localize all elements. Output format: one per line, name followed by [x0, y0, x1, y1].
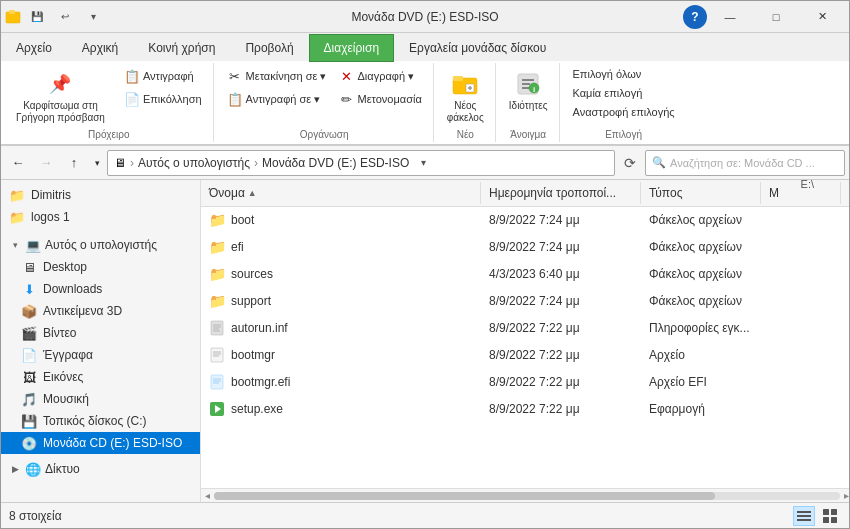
- table-row[interactable]: setup.exe 8/9/2022 7:22 μμ Εφαρμογή: [201, 396, 849, 423]
- search-icon: 🔍: [652, 156, 666, 169]
- qat-dropdown-btn[interactable]: ▾: [81, 5, 105, 29]
- idiotites-label: Ιδιότητες: [509, 100, 548, 111]
- sidebar-item-local-c[interactable]: 💾 Τοπικός δίσκος (C:): [1, 410, 200, 432]
- sidebar-item-dimitris[interactable]: 📁 Dimitris: [1, 184, 200, 206]
- cell-date-bootmgr: 8/9/2022 7:22 μμ: [481, 345, 641, 365]
- sidebar-item-video[interactable]: 🎬 Βίντεο: [1, 322, 200, 344]
- diagrafi-button[interactable]: ✕ Διαγραφή ▾: [334, 65, 427, 87]
- kamia-epilogi-button[interactable]: Καμία επιλογή: [568, 84, 680, 102]
- refresh-button[interactable]: ⟳: [617, 150, 643, 176]
- tab-file[interactable]: Αρχείο: [1, 34, 67, 62]
- sidebar-item-pictures[interactable]: 🖼 Εικόνες: [1, 366, 200, 388]
- sidebar-label-network: Δίκτυο: [45, 462, 80, 476]
- epilogi-column: Επιλογή όλων Καμία επιλογή Αναστροφή επι…: [568, 65, 680, 121]
- path-dropdown-btn[interactable]: ▾: [413, 150, 433, 176]
- svg-rect-29: [797, 515, 811, 517]
- svg-rect-3: [453, 76, 463, 81]
- tab-home[interactable]: Αρχική: [67, 34, 133, 62]
- diagrafi-label: Διαγραφή ▾: [358, 70, 415, 83]
- sidebar-item-3d[interactable]: 📦 Αντικείμενα 3D: [1, 300, 200, 322]
- qat-save-btn[interactable]: 💾: [25, 5, 49, 29]
- search-box[interactable]: 🔍 Αναζήτηση σε: Μονάδα CD ...: [645, 150, 845, 176]
- table-row[interactable]: 📁 efi 8/9/2022 7:24 μμ Φάκελος αρχείων: [201, 234, 849, 261]
- header-size-label: Μ: [769, 186, 779, 200]
- cell-name-sources: 📁 sources: [201, 263, 481, 285]
- recent-locations-button[interactable]: ▾: [89, 150, 105, 176]
- table-row[interactable]: bootmgr 8/9/2022 7:22 μμ Αρχείο: [201, 342, 849, 369]
- up-button[interactable]: ↑: [61, 150, 87, 176]
- folder-icon-sources: 📁: [209, 266, 225, 282]
- tab-drivetool[interactable]: Εργαλεία μονάδας δίσκου: [394, 34, 561, 62]
- close-button[interactable]: ✕: [799, 1, 845, 33]
- horizontal-scrollbar[interactable]: ◂ ▸: [201, 488, 849, 502]
- header-name[interactable]: Όνομα ▲: [201, 182, 481, 204]
- karfitsoma-button[interactable]: 📌 Καρφίτσωμα στηΓρήγορη πρόσβαση: [11, 65, 110, 127]
- idiotites-button[interactable]: i Ιδιότητες: [504, 65, 553, 114]
- back-button[interactable]: ←: [5, 150, 31, 176]
- epilogi-label: Επιλογή: [605, 129, 642, 140]
- scroll-track[interactable]: [214, 492, 840, 500]
- address-path[interactable]: 🖥 › Αυτός ο υπολογιστής › Μονάδα DVD (E:…: [107, 150, 615, 176]
- sidebar-item-music[interactable]: 🎵 Μουσική: [1, 388, 200, 410]
- cell-type-autorun: Πληροφορίες εγκ...: [641, 318, 761, 338]
- metakinisi-button[interactable]: ✂ Μετακίνηση σε ▾: [222, 65, 332, 87]
- table-row[interactable]: 📁 sources 4/3/2023 6:40 μμ Φάκελος αρχεί…: [201, 261, 849, 288]
- svg-text:i: i: [533, 85, 535, 94]
- large-icons-view-btn[interactable]: [819, 506, 841, 526]
- tab-share[interactable]: Κοινή χρήση: [133, 34, 230, 62]
- documents-icon: 📄: [21, 347, 37, 363]
- sidebar-item-network[interactable]: ▶ 🌐 Δίκτυο: [1, 458, 200, 480]
- epikollisi-button[interactable]: 📄 Επικόλληση: [119, 88, 207, 110]
- scroll-left-btn[interactable]: ◂: [205, 490, 210, 501]
- table-row[interactable]: autorun.inf 8/9/2022 7:22 μμ Πληροφορίες…: [201, 315, 849, 342]
- properties-icon: i: [514, 70, 542, 98]
- header-date[interactable]: Ημερομηνία τροποποί...: [481, 182, 641, 204]
- sidebar-item-documents[interactable]: 📄 Έγγραφα: [1, 344, 200, 366]
- desktop-icon: 🖥: [21, 259, 37, 275]
- header-type[interactable]: Τύπος: [641, 182, 761, 204]
- sidebar-item-logos1[interactable]: 📁 logos 1: [1, 206, 200, 228]
- ribbon: Αρχείο Αρχική Κοινή χρήση Προβολή Διαχεί…: [1, 33, 849, 146]
- cell-size-setup: [761, 406, 841, 412]
- maximize-button[interactable]: □: [753, 1, 799, 33]
- cell-name-autorun: autorun.inf: [201, 317, 481, 339]
- sidebar-label-local-c: Τοπικός δίσκος (C:): [43, 414, 147, 428]
- sidebar-item-cd-e[interactable]: 💿 Μονάδα CD (E:) ESD-ISO: [1, 432, 200, 454]
- sidebar-label-music: Μουσική: [43, 392, 89, 406]
- sidebar-item-desktop[interactable]: 🖥 Desktop: [1, 256, 200, 278]
- metonomasia-button[interactable]: ✏ Μετονομασία: [334, 88, 427, 110]
- antigrafi-button[interactable]: 📋 Αντιγραφή: [119, 65, 207, 87]
- path-drive[interactable]: Μονάδα DVD (E:) ESD-ISO: [262, 156, 409, 170]
- anastrof-epilogis-button[interactable]: Αναστροφή επιλογής: [568, 103, 680, 121]
- cell-date-bootmgr-efi: 8/9/2022 7:22 μμ: [481, 372, 641, 392]
- sidebar-item-computer[interactable]: ▾ 💻 Αυτός ο υπολογιστής: [1, 234, 200, 256]
- epilogi-olon-button[interactable]: Επιλογή όλων: [568, 65, 680, 83]
- sidebar-item-downloads[interactable]: ⬇ Downloads: [1, 278, 200, 300]
- folder-icon-efi: 📁: [209, 239, 225, 255]
- neos-fakelos-button[interactable]: Νέοςφάκελος: [442, 65, 489, 127]
- antigrafia-se-button[interactable]: 📋 Αντιγραφή σε ▾: [222, 88, 332, 110]
- svg-rect-30: [797, 519, 811, 521]
- path-computer[interactable]: Αυτός ο υπολογιστής: [138, 156, 250, 170]
- svg-rect-1: [9, 10, 15, 14]
- neos-fakelos-label: Νέοςφάκελος: [447, 100, 484, 124]
- table-row[interactable]: 📁 support 8/9/2022 7:24 μμ Φάκελος αρχεί…: [201, 288, 849, 315]
- cell-name-support: 📁 support: [201, 290, 481, 312]
- music-icon: 🎵: [21, 391, 37, 407]
- table-row[interactable]: 📁 boot 8/9/2022 7:24 μμ Φάκελος αρχείων: [201, 207, 849, 234]
- details-view-btn[interactable]: [793, 506, 815, 526]
- table-row[interactable]: bootmgr.efi 8/9/2022 7:22 μμ Αρχείο EFI: [201, 369, 849, 396]
- folder-icon-logos1: 📁: [9, 209, 25, 225]
- sidebar-label-cd-e: Μονάδα CD (E:) ESD-ISO: [43, 436, 182, 450]
- ribbon-content: 📌 Καρφίτσωμα στηΓρήγορη πρόσβαση 📋 Αντιγ…: [1, 61, 849, 145]
- scroll-right-btn[interactable]: ▸: [844, 490, 849, 501]
- qat-undo-btn[interactable]: ↩: [53, 5, 77, 29]
- item-count: 8 στοιχεία: [9, 509, 62, 523]
- help-button[interactable]: ?: [683, 5, 707, 29]
- tab-view[interactable]: Προβολή: [230, 34, 308, 62]
- svg-rect-34: [831, 517, 837, 523]
- forward-button[interactable]: →: [33, 150, 59, 176]
- cell-size-autorun: [761, 325, 841, 331]
- tab-manage[interactable]: Διαχείριση: [309, 34, 395, 62]
- minimize-button[interactable]: —: [707, 1, 753, 33]
